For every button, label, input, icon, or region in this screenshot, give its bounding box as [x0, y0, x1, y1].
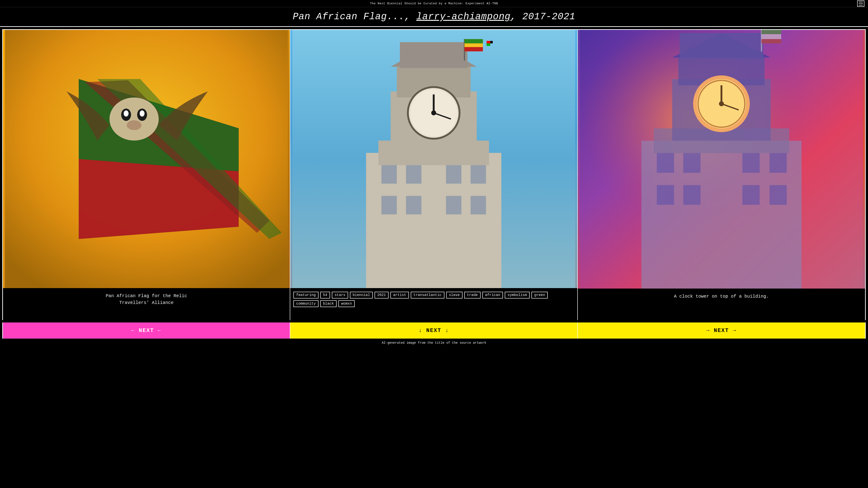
svg-point-53 — [719, 101, 724, 106]
bottom-bar: AI-generated image from the title of the… — [2, 338, 866, 347]
svg-rect-29 — [381, 196, 397, 214]
caption-text-left: Pan African Flag for the RelicTravellers… — [6, 293, 286, 306]
tag-biennial[interactable]: biennial — [350, 292, 373, 299]
menu-line-2 — [859, 3, 863, 4]
title-text-after: , 2017-2021 — [510, 11, 576, 22]
svg-rect-56 — [742, 153, 760, 173]
next-row: ← NEXT ← ↓ NEXT ↓ → NEXT → — [2, 323, 866, 338]
svg-rect-60 — [742, 185, 760, 205]
svg-rect-55 — [683, 153, 700, 173]
caption-text-right: A clock tower on top of a building. — [581, 293, 862, 300]
column-right: A clock tower on top of a building. — [578, 30, 865, 320]
footer-text: AI-generated image from the title of the… — [382, 341, 486, 345]
svg-rect-38 — [490, 41, 493, 43]
svg-rect-65 — [761, 39, 781, 43]
top-bar: The Next Biennial Should be Curated by a… — [0, 0, 868, 7]
svg-rect-64 — [761, 30, 781, 34]
tag-featuring[interactable]: featuring — [293, 292, 318, 299]
menu-line-1 — [859, 2, 863, 2]
column-left: Pan African Flag for the RelicTravellers… — [3, 30, 290, 320]
column-middle: featuring 54 stars biennial 2021 artist … — [290, 30, 578, 320]
image-left — [3, 30, 290, 288]
tag-black[interactable]: black — [320, 300, 337, 307]
svg-rect-37 — [487, 41, 490, 43]
right-artwork-image — [578, 30, 865, 288]
image-middle — [290, 30, 577, 288]
svg-rect-58 — [657, 185, 674, 205]
title-text-before: Pan African Flag..., — [293, 11, 416, 22]
svg-rect-30 — [406, 196, 422, 214]
menu-button[interactable] — [857, 0, 864, 7]
tag-trade[interactable]: trade — [464, 292, 480, 299]
tag-green[interactable]: green — [531, 292, 548, 299]
middle-artwork-image — [290, 30, 577, 288]
svg-rect-31 — [446, 196, 461, 214]
svg-rect-39 — [487, 43, 490, 46]
next-button-left[interactable]: ← NEXT ← — [3, 323, 290, 338]
svg-point-24 — [431, 110, 436, 115]
svg-rect-61 — [770, 185, 786, 205]
main-grid: Pan African Flag for the RelicTravellers… — [2, 29, 866, 320]
tag-transatlantic[interactable]: transatlantic — [411, 292, 444, 299]
left-artwork-image — [3, 30, 290, 288]
caption-left: Pan African Flag for the RelicTravellers… — [3, 288, 290, 320]
tag-2021[interactable]: 2021 — [375, 292, 389, 299]
svg-rect-27 — [446, 165, 461, 184]
svg-point-10 — [124, 110, 129, 117]
next-button-middle[interactable]: ↓ NEXT ↓ — [290, 323, 578, 338]
svg-rect-26 — [406, 165, 422, 184]
caption-right: A clock tower on top of a building. — [578, 288, 865, 320]
svg-rect-28 — [471, 165, 486, 184]
svg-rect-19 — [400, 42, 467, 68]
svg-rect-32 — [471, 196, 486, 214]
site-title: The Next Biennial Should be Curated by a… — [370, 2, 498, 5]
tag-community[interactable]: community — [293, 300, 318, 307]
artist-link[interactable]: larry-achiampong — [416, 11, 510, 22]
svg-point-11 — [140, 110, 145, 117]
tag-symbolism[interactable]: symbolism — [505, 292, 530, 299]
tag-artist[interactable]: artist — [391, 292, 409, 299]
image-right — [578, 30, 865, 288]
menu-line-3 — [859, 5, 863, 5]
tags-area: featuring 54 stars biennial 2021 artist … — [290, 288, 577, 311]
svg-rect-35 — [465, 39, 483, 43]
page-title: Pan African Flag..., larry-achiampong, 2… — [4, 11, 864, 22]
svg-rect-25 — [381, 165, 397, 184]
svg-point-7 — [110, 97, 159, 141]
title-area: Pan African Flag..., larry-achiampong, 2… — [0, 7, 868, 27]
svg-rect-59 — [683, 185, 700, 205]
next-button-right[interactable]: → NEXT → — [578, 323, 865, 338]
tag-stars[interactable]: stars — [332, 292, 348, 299]
tag-54[interactable]: 54 — [320, 292, 330, 299]
svg-point-12 — [127, 120, 142, 130]
tag-african[interactable]: african — [483, 292, 503, 299]
svg-rect-54 — [657, 153, 674, 173]
tag-slave[interactable]: slave — [446, 292, 463, 299]
svg-rect-57 — [770, 153, 786, 173]
tag-womxn[interactable]: womxn — [338, 300, 355, 307]
svg-rect-47 — [680, 33, 763, 59]
svg-rect-36 — [465, 47, 483, 51]
